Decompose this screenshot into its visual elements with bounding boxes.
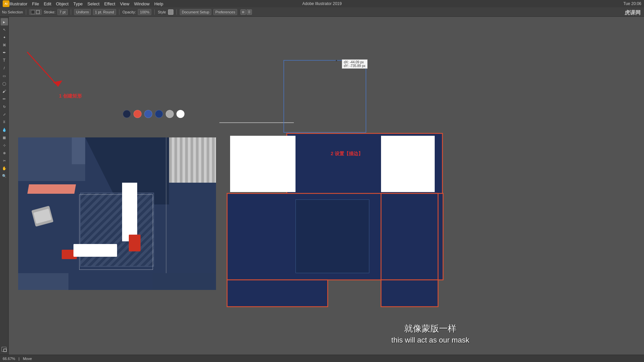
tool-gradient[interactable]: ▦ [1,134,8,141]
tool-line[interactable]: / [1,64,8,72]
svg-line-3 [333,169,346,178]
menu-items: Illustrator File Edit Object Type Select… [9,1,163,6]
watermark: 虎课网 [625,9,641,16]
menu-illustrator[interactable]: Illustrator [9,1,27,6]
opacity-label: Opacity: [122,10,136,14]
style-swatch[interactable] [168,9,173,15]
tools-panel: ▸ ↖ ✦ ⌘ ✒ T / ▭ ◯ 🖌 ✏ ↻ ⤢ ⧖ 💧 ▦ ⊹ ⊕ ✂ ✋ … [0,17,9,355]
swatch-dark-blue[interactable] [155,110,163,118]
svg-marker-1 [53,80,62,86]
round-select[interactable]: 1 pt. Round [93,9,116,15]
tool-blend[interactable]: ⧖ [1,118,8,126]
center-navy-rect [296,199,369,273]
striped-panel [169,137,216,183]
menu-object[interactable]: Object [56,1,69,6]
tool-zoom[interactable]: 🔍 [1,172,8,180]
toolbar-sep-3 [119,9,119,15]
opacity-value[interactable]: 100% [138,9,151,15]
toolbar-sep-5 [176,9,177,15]
menu-help[interactable]: Help [154,1,163,6]
toolbar-sep-1 [26,9,26,15]
tool-text[interactable]: T [1,57,8,64]
tool-shape-builder[interactable]: ⊕ [1,149,8,157]
annotation-text-2: 2 设置【描边】 [331,151,363,157]
menu-select[interactable]: Select [88,1,100,6]
illus-inner [18,137,216,290]
color-swatches [123,110,184,118]
align-icon[interactable]: ☰ [247,9,252,15]
statusbar-sep: | [18,357,19,361]
menubar-right: Tue 20:06 [623,1,641,6]
menu-effect[interactable]: Effect [104,1,115,6]
swatch-gray[interactable] [166,110,174,118]
tool-direct-select[interactable]: ↖ [1,26,8,33]
svg-line-0 [27,52,58,86]
tool-select[interactable]: ▸ [1,18,8,25]
cursor [336,60,337,61]
tool-eyedropper[interactable]: 💧 [1,126,8,133]
tool-lasso[interactable]: ⌘ [1,41,8,49]
menubar: Ai Illustrator File Edit Object Type Sel… [0,0,644,7]
menu-window[interactable]: Window [134,1,150,6]
preferences-btn[interactable]: Preferences [213,9,237,15]
svg-rect-8 [381,193,438,280]
tool-scale[interactable]: ⤢ [1,111,8,118]
salmon-bar [28,184,76,194]
statusbar: 66.67% | Move [0,355,644,362]
tooltip-dy: dY: -735.89 px [344,64,366,68]
fill-swatch[interactable] [31,10,35,14]
swatch-navy[interactable] [123,110,131,118]
clock: Tue 20:06 [623,1,641,6]
tool-ellipse[interactable]: ◯ [1,80,8,87]
menu-type[interactable]: Type [73,1,83,6]
document-setup-btn[interactable]: Document Setup [180,9,211,15]
white-rect-left [230,136,296,192]
tool-brush[interactable]: 🖌 [1,87,8,95]
bottom-block2 [152,273,216,290]
canvas-workspace: 1 创建矩形 [9,17,644,355]
tool-mesh[interactable]: ⊹ [1,141,8,149]
stroke-swatch[interactable] [36,10,40,14]
swatch-blue[interactable] [144,110,152,118]
tooltip-dx: dX: -44.09 px [344,60,366,64]
tool-hand[interactable]: ✋ [1,165,8,172]
bottom-block [18,273,68,290]
svg-rect-10 [381,280,438,307]
canvas-area[interactable]: 1 创建矩形 [9,17,644,355]
tool-magic[interactable]: ✦ [1,34,8,41]
style-label: Style [158,10,166,14]
white-rect-right [381,136,435,192]
selection-rect [79,194,153,270]
toolbar-sep-2 [71,9,71,15]
svg-rect-9 [227,280,328,307]
annotation-text-1: 1 创建矩形 [59,93,82,99]
tool-pencil[interactable]: ✏ [1,95,8,103]
tool-rect[interactable]: ▭ [1,72,8,79]
menu-edit[interactable]: Edit [44,1,51,6]
stroke-value[interactable]: 7 pt [57,9,67,15]
swatch-white[interactable] [176,110,184,118]
app-title: Adobe Illustrator 2019 [302,1,341,6]
stroke-label: Stroke: [44,10,55,14]
no-selection-label: No Selection [2,10,23,14]
main-area: ▸ ↖ ✦ ⌘ ✒ T / ▭ ◯ 🖌 ✏ ↻ ⤢ ⧖ 💧 ▦ ⊹ ⊕ ✂ ✋ … [0,17,644,355]
subtitle-en: this will act as our mask [217,336,644,345]
uniform-select[interactable]: Uniform [74,9,91,15]
car-white [33,208,57,226]
tool-pen[interactable]: ✒ [1,49,8,56]
arrange-icon[interactable]: ⊞ [240,9,246,15]
toolbar: No Selection Stroke: 7 pt Uniform 1 pt. … [0,7,644,17]
tool-rotate[interactable]: ↻ [1,103,8,110]
menu-file[interactable]: File [32,1,39,6]
tool-color-fill[interactable] [1,346,8,353]
subtitle-area: 就像蒙版一样 this will act as our mask [217,323,644,345]
svg-rect-5 [284,60,366,132]
swatch-coral[interactable] [133,110,142,118]
status-info: Move [23,357,32,361]
tooltip-box: dX: -44.09 px dY: -735.89 px [342,59,368,69]
lane-line [166,137,167,290]
menu-view[interactable]: View [120,1,129,6]
tool-scissors[interactable]: ✂ [1,157,8,164]
app-logo: Ai [3,0,9,7]
zoom-level[interactable]: 66.67% [3,357,15,361]
